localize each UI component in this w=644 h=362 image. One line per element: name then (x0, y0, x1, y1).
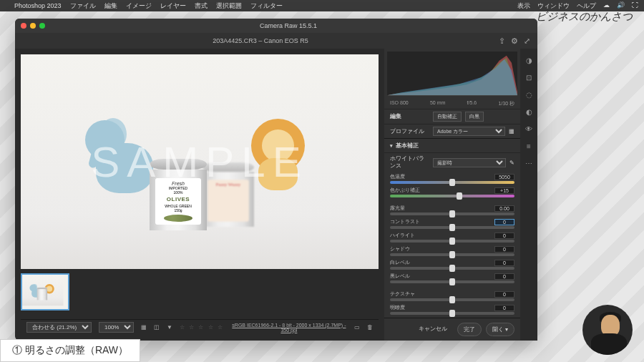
heal-tool-icon[interactable]: ◌ (523, 89, 535, 100)
slider-label: コントラスト (390, 218, 420, 225)
slider-value[interactable]: +15 (494, 187, 514, 194)
slider-value[interactable]: 5050 (494, 174, 514, 180)
video-caption: ① 明るさの調整（RAW） (0, 339, 140, 362)
share-icon[interactable]: ⇪ (499, 36, 505, 46)
menu-window[interactable]: ウィンドウ (537, 1, 570, 11)
slider-label: 露光量 (390, 205, 405, 212)
image-metadata[interactable]: sRGB IEC61966-2.1 - 8 bit - 2000 x 1334 … (231, 323, 347, 333)
rating-stars[interactable]: ☆ ☆ ☆ ☆ ☆ (180, 324, 224, 331)
menu-layer[interactable]: レイヤー (160, 1, 186, 11)
traffic-lights (21, 23, 45, 29)
basic-section-header[interactable]: 基本補正 (384, 138, 520, 152)
done-button[interactable]: 完了 (457, 323, 482, 336)
close-button[interactable] (21, 23, 26, 29)
expand-icon[interactable]: ⤢ (524, 36, 530, 46)
preset-tool-icon[interactable]: ≡ (523, 140, 535, 152)
app-name[interactable]: Photoshop 2023 (14, 2, 62, 9)
redeye-tool-icon[interactable]: 👁 (523, 123, 535, 134)
slider-value[interactable]: 0 (494, 305, 514, 311)
open-button[interactable]: 開く ▾ (486, 323, 514, 336)
slider-track[interactable] (390, 267, 514, 270)
slider-value[interactable]: 0 (494, 273, 514, 280)
zoom-select[interactable]: 100% (99, 322, 134, 333)
auto-button[interactable]: 自動補正 (433, 112, 462, 122)
slider-value[interactable]: 0 (494, 246, 514, 253)
more-tool-icon[interactable]: ⋯ (523, 157, 535, 169)
slider-track[interactable] (390, 212, 514, 215)
fullscreen-icon[interactable]: ⛶ (632, 1, 638, 11)
settings-icon[interactable]: ⚙ (511, 36, 518, 46)
slider-track[interactable] (390, 298, 514, 301)
main-preview-area: Fuzzy Wuzzy Fresh IMPORTED 100% OLIVES W… (15, 49, 384, 341)
slider-黒レベル: 黒レベル0 (384, 271, 520, 285)
edit-header-row: 編集 自動補正 白黒 (384, 109, 520, 124)
slider-value[interactable]: 0 (494, 291, 514, 298)
slider-シャドウ: シャドウ0 (384, 244, 520, 258)
exif-focal: 50 mm (430, 100, 445, 107)
slider-track[interactable] (390, 280, 514, 283)
slider-track[interactable] (390, 195, 514, 197)
slider-track[interactable] (390, 181, 514, 184)
menu-filter[interactable]: フィルター (250, 1, 283, 11)
slider-thumb[interactable] (449, 179, 455, 186)
slider-thumb[interactable] (457, 192, 462, 200)
edit-tool-icon[interactable]: ◑ (523, 54, 535, 66)
bw-button[interactable]: 白黒 (465, 112, 484, 122)
menu-type[interactable]: 書式 (195, 1, 208, 11)
minimize-button[interactable] (30, 23, 36, 29)
menu-file[interactable]: ファイル (70, 1, 96, 11)
slider-label: 白レベル (390, 259, 410, 266)
slider-thumb[interactable] (449, 278, 455, 285)
slider-value[interactable]: 0 (494, 233, 514, 239)
menu-edit[interactable]: 編集 (104, 1, 117, 11)
slider-value[interactable]: 0 (494, 260, 514, 266)
cancel-button[interactable]: キャンセル (413, 323, 453, 336)
crop-tool-icon[interactable]: ⊡ (523, 72, 535, 83)
compare-icon[interactable]: ◫ (154, 324, 160, 331)
slider-value[interactable]: 0 (494, 219, 514, 225)
mask-tool-icon[interactable]: ◐ (523, 106, 535, 117)
image-canvas[interactable]: Fuzzy Wuzzy Fresh IMPORTED 100% OLIVES W… (21, 54, 379, 269)
zoom-button[interactable] (39, 23, 45, 29)
brand-watermark: ビジネスのかんさつ (536, 10, 633, 24)
slider-track[interactable] (390, 253, 514, 256)
thumbnail[interactable] (21, 273, 69, 310)
can-front: Fresh IMPORTED 100% OLIVES WHOLE GREEN 1… (150, 159, 207, 230)
slider-thumb[interactable] (449, 238, 455, 245)
menu-image[interactable]: イメージ (126, 1, 152, 11)
slider-label: テクスチャ (390, 290, 415, 298)
slider-thumb[interactable] (449, 296, 455, 303)
profile-select[interactable]: Adobe カラー (433, 127, 505, 136)
menu-select[interactable]: 選択範囲 (216, 1, 242, 11)
menu-view[interactable]: 表示 (517, 1, 530, 11)
slider-thumb[interactable] (449, 224, 455, 231)
view-icon[interactable]: ▭ (354, 324, 360, 331)
slider-value[interactable]: 0.00 (494, 205, 514, 212)
profile-row: プロファイル Adobe カラー ▦ (384, 124, 520, 138)
slider-track[interactable] (390, 240, 514, 243)
slider-track[interactable] (390, 312, 514, 315)
slider-thumb[interactable] (449, 210, 455, 217)
window-titlebar: Camera Raw 15.5.1 (15, 19, 537, 33)
filter-icon[interactable]: ▼ (167, 324, 172, 331)
slider-ハイライト: ハイライト0 (384, 230, 520, 244)
trash-icon[interactable]: 🗑 (367, 324, 373, 331)
histogram[interactable] (387, 52, 517, 96)
slider-label: 色温度 (390, 173, 405, 180)
menu-help[interactable]: ヘルプ (577, 1, 596, 11)
wb-row: ホワイトバランス 撮影時 ✎ (384, 152, 520, 172)
slider-thumb[interactable] (449, 251, 455, 258)
fit-select[interactable]: 合わせる (21.2%) (26, 322, 92, 333)
eyedropper-icon[interactable]: ✎ (509, 160, 514, 166)
photo-content: Fuzzy Wuzzy Fresh IMPORTED 100% OLIVES W… (21, 54, 379, 269)
filmstrip (21, 273, 379, 315)
profile-browse-icon[interactable]: ▦ (509, 128, 514, 134)
slider-白レベル: 白レベル0 (384, 258, 520, 271)
slider-thumb[interactable] (449, 310, 455, 317)
grid-icon[interactable]: ▦ (141, 324, 147, 331)
volume-icon[interactable]: 🔊 (617, 1, 625, 11)
slider-thumb[interactable] (449, 265, 455, 272)
slider-track[interactable] (390, 226, 514, 229)
wb-select[interactable]: 撮影時 (433, 158, 506, 167)
cloud-icon[interactable]: ☁ (603, 1, 610, 11)
